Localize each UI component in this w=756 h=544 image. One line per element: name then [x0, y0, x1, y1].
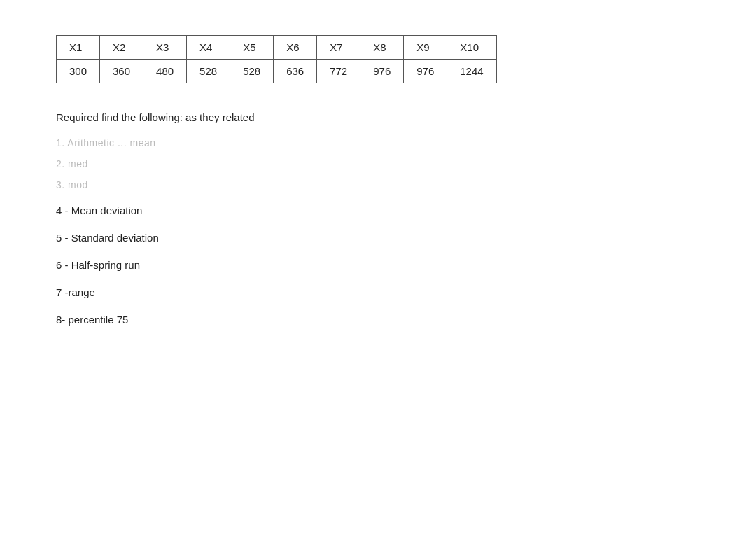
table-header-x6: X6 — [274, 36, 317, 60]
list-item-4: 7 -range — [56, 286, 700, 298]
table-header-x2: X2 — [100, 36, 144, 60]
faded-line-2: 2. med — [56, 158, 700, 169]
table-header-x1: X1 — [57, 36, 100, 60]
table-header-x5: X5 — [230, 36, 274, 60]
list-item-5: 8- percentile 75 — [56, 314, 700, 326]
table-cell-7: 772 — [317, 60, 360, 83]
faded-lines-container: 1. Arithmetic ... mean2. med3. mod — [56, 137, 700, 190]
table-header-x8: X8 — [360, 36, 404, 60]
content-section: Required find the following: as they rel… — [56, 111, 700, 326]
faded-line-1: 1. Arithmetic ... mean — [56, 137, 700, 148]
table-header-x3: X3 — [144, 36, 187, 60]
required-text: Required find the following: as they rel… — [56, 111, 700, 123]
table-cell-8: 976 — [360, 60, 404, 83]
table-cell-1: 300 — [57, 60, 100, 83]
faded-line-3: 3. mod — [56, 179, 700, 190]
list-item-1: 4 - Mean deviation — [56, 204, 700, 216]
list-items-container: 4 - Mean deviation5 - Standard deviation… — [56, 204, 700, 326]
table-header-x4: X4 — [187, 36, 230, 60]
table-header-x7: X7 — [317, 36, 360, 60]
table-cell-4: 528 — [187, 60, 230, 83]
list-item-3: 6 - Half-spring run — [56, 259, 700, 271]
table-cell-5: 528 — [230, 60, 274, 83]
table-cell-10: 1244 — [447, 60, 496, 83]
table-cell-2: 360 — [100, 60, 144, 83]
table-cell-6: 636 — [274, 60, 317, 83]
list-item-2: 5 - Standard deviation — [56, 232, 700, 244]
data-table: X1X2X3X4X5X6X7X8X9X10 300360480528528636… — [56, 35, 497, 83]
table-cell-9: 976 — [404, 60, 447, 83]
table-cell-3: 480 — [144, 60, 187, 83]
table-header-x9: X9 — [404, 36, 447, 60]
table-header-x10: X10 — [447, 36, 496, 60]
